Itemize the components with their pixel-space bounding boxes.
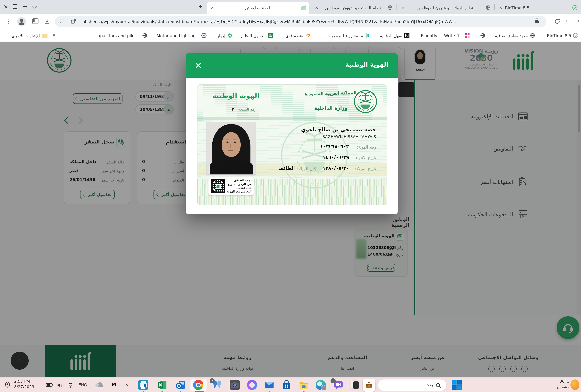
- id-photo: [206, 122, 256, 175]
- tab-biotime[interactable]: × BioTime 8.5: [496, 1, 581, 14]
- tab-payroll-1[interactable]: × نظام الرواتب و شؤون الموظفين: [311, 1, 396, 14]
- motor-icon: [202, 33, 206, 38]
- card-separator-band: [198, 117, 387, 120]
- bookmark-label: BioTime 8.5: [547, 33, 572, 38]
- app-chrome[interactable]: [193, 380, 203, 390]
- bookmark-label: منصة رواء للبرمجيات...: [323, 33, 363, 38]
- search-icon: [435, 383, 441, 389]
- chrome-icon: [193, 380, 203, 390]
- app-edge-profile[interactable]: [316, 380, 326, 390]
- download-icon[interactable]: [44, 18, 50, 24]
- battery-icon[interactable]: [46, 383, 53, 387]
- app-loop[interactable]: [247, 380, 257, 390]
- bookmark-label: إيجار: [217, 33, 225, 38]
- rawaa-icon: [365, 33, 370, 38]
- taskbar-search-box[interactable]: بحث: [378, 379, 447, 391]
- bookmark-star-icon[interactable]: ☆: [59, 18, 64, 24]
- other-bookmarks-label: الإشارات الأخرى: [12, 33, 40, 38]
- globe-icon: [530, 33, 535, 38]
- tab-label: لوحة معلوماتي: [216, 5, 298, 10]
- speaker-icon[interactable]: [57, 382, 63, 388]
- bookmark-capacitors[interactable]: capacitors and pilot...: [96, 32, 147, 39]
- app-store[interactable]: [282, 380, 292, 390]
- copy-number-label: رقم النسخة: [238, 107, 256, 111]
- bookmark-rawaa[interactable]: منصة رواء للبرمجيات...: [323, 32, 370, 39]
- card-birth-value: ١٣٨٠/٠٥/٢٠: [322, 166, 349, 171]
- card-title: الهوية الوطنية: [208, 92, 264, 100]
- bookmark-qiwa[interactable]: منصة قوى: [286, 32, 310, 39]
- bookmark-label: Motor and Lighting...: [157, 33, 200, 38]
- bookmark-motor-lighting[interactable]: Motor and Lighting...: [157, 32, 206, 39]
- app-chat[interactable]: ١: [333, 380, 343, 390]
- tab-close-icon[interactable]: ×: [401, 5, 405, 10]
- chevron-down-icon[interactable]: [32, 4, 37, 9]
- send-to-device-icon[interactable]: [71, 19, 76, 24]
- window-restore-icon[interactable]: [13, 4, 17, 9]
- app-outlook[interactable]: [176, 380, 186, 390]
- url-text[interactable]: absher.sa/wps/myportal/individuals/stati…: [82, 16, 529, 27]
- start-button[interactable]: [452, 380, 462, 390]
- language-indicator[interactable]: ENG: [78, 383, 87, 387]
- app-camera[interactable]: [230, 380, 240, 390]
- side-panel-icon[interactable]: [32, 18, 38, 24]
- search-placeholder: بحث: [417, 383, 433, 387]
- bookmarks-overflow-icon[interactable]: «: [52, 32, 56, 38]
- back-icon[interactable]: ←: [566, 18, 570, 24]
- running-dot: [303, 391, 305, 392]
- modal-close-button[interactable]: [195, 62, 202, 69]
- card-name-english: BAGHAWI, HISSAH YAHYA S: [322, 135, 376, 139]
- taskbar-date[interactable]: 8/27/2023: [14, 385, 34, 389]
- tray-overflow-chevron[interactable]: [123, 383, 128, 388]
- card-birth-label: تاريخ الميلاد:: [355, 166, 376, 171]
- running-dot: [268, 391, 270, 392]
- tab-close-icon[interactable]: ×: [315, 5, 318, 10]
- bookmark-maarif[interactable]: معهد معارف صافية...: [491, 32, 535, 39]
- forward-icon[interactable]: →: [575, 18, 580, 24]
- national-id-modal: الهوية الوطنية الهوية الوطنية رقم النسخة…: [186, 53, 398, 214]
- lock-icon[interactable]: [535, 20, 538, 23]
- window-close-icon[interactable]: ×: [4, 3, 8, 10]
- other-bookmarks-button[interactable]: الإشارات الأخرى: [12, 32, 48, 39]
- globe-icon: [388, 5, 392, 10]
- tab-dashboard[interactable]: × لوحة معلوماتي: [207, 1, 309, 14]
- bookmark-fluently[interactable]: Fluently — Write fl...: [421, 32, 470, 39]
- notification-bell-icon[interactable]: [4, 381, 11, 388]
- bookmark-label: معهد معارف صافية...: [491, 33, 528, 38]
- tray-app-m-icon[interactable]: M: [112, 382, 116, 387]
- tab-close-icon[interactable]: ×: [499, 5, 502, 10]
- tab-payroll-2[interactable]: × نظام الرواتب و شؤون الموظفين: [398, 1, 494, 14]
- kebab-menu-icon[interactable]: ⋮: [6, 18, 11, 24]
- app-photos[interactable]: [350, 380, 360, 390]
- weather-temp[interactable]: 36°C: [551, 379, 569, 383]
- search-highlight-app[interactable]: [363, 379, 375, 392]
- new-tab-button[interactable]: +: [198, 3, 203, 9]
- app-excel[interactable]: [157, 380, 167, 390]
- tab-label: BioTime 8.5: [505, 5, 530, 10]
- tab-close-icon[interactable]: ×: [210, 5, 214, 10]
- app-mail[interactable]: [264, 380, 274, 390]
- reload-icon[interactable]: [554, 18, 560, 24]
- chrome-active-indicator: [195, 391, 204, 392]
- taskbar-clock[interactable]: 2:57 PM: [14, 379, 30, 383]
- fluently-icon: [465, 33, 470, 38]
- window-minimize-icon[interactable]: [23, 6, 27, 7]
- app-pos-printer[interactable]: [138, 380, 148, 390]
- printer-icon: [138, 380, 148, 390]
- bookmark-sahl[interactable]: سهل الرقمية: [380, 32, 409, 39]
- qr-note-line: يجب التحقق: [226, 178, 252, 182]
- address-bar[interactable]: ☆ absher.sa/wps/myportal/individuals/sta…: [55, 16, 546, 27]
- qr-note-line: التعامل مع الهوية: [226, 190, 252, 194]
- card-birthplace-label: مكان الميلاد:: [296, 166, 318, 171]
- camera-icon: [230, 380, 240, 390]
- profile-avatar-icon[interactable]: [17, 17, 26, 26]
- wifi-icon[interactable]: [67, 383, 74, 388]
- bookmark-biotime[interactable]: BioTime 8.5: [547, 32, 578, 39]
- bookmark-ejar[interactable]: إيجار: [217, 32, 232, 39]
- app-tasks[interactable]: ٣: [212, 380, 222, 390]
- bookmark-globe-only[interactable]: [478, 32, 485, 39]
- onedrive-icon[interactable]: [95, 382, 104, 388]
- bookmark-system-login[interactable]: الدخول للنظام: [241, 32, 273, 39]
- app-file-explorer[interactable]: [299, 380, 309, 390]
- modal-header: الهوية الوطنية: [186, 53, 398, 78]
- bookmark-label: capacitors and pilot...: [96, 33, 140, 38]
